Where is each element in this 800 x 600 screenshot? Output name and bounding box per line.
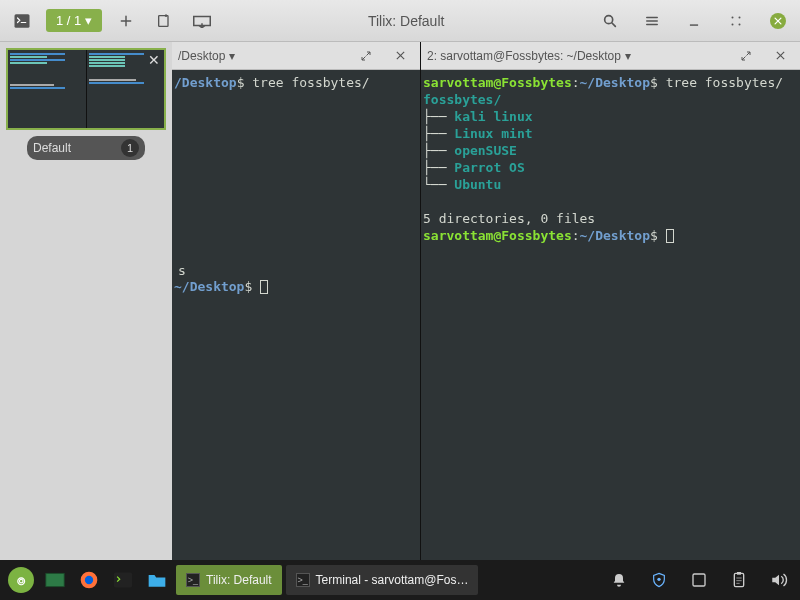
terminal-1-maximize[interactable] <box>352 42 380 70</box>
svg-point-6 <box>732 23 734 25</box>
taskbar-tray <box>604 565 794 595</box>
main-content: ✕ Default 1 /Desktop ▾ /Desktop$ tree fo… <box>0 42 800 560</box>
thumbnail-name: Default <box>33 141 71 155</box>
mint-menu-button[interactable]: ⌾ <box>6 565 36 595</box>
app-toolbar: 1 / 1 ▾ Tilix: Default <box>0 0 800 42</box>
prompt-path: /Desktop <box>174 75 237 90</box>
tree-item: openSUSE <box>454 143 517 158</box>
chevron-down-icon: ▾ <box>85 13 92 28</box>
tree-root: fossbytes/ <box>423 92 501 107</box>
command-text: tree fossbytes/ <box>252 75 369 90</box>
svg-point-7 <box>739 23 741 25</box>
close-button[interactable] <box>764 7 792 35</box>
task-label: Tilix: Default <box>206 573 272 587</box>
maximize-button[interactable] <box>722 7 750 35</box>
terminal-1-body[interactable]: /Desktop$ tree fossbytes/ s ~/Desktop$ <box>172 70 420 560</box>
svg-rect-13 <box>693 574 705 586</box>
terminal-1-header: /Desktop ▾ <box>172 42 420 70</box>
svg-rect-14 <box>734 573 743 586</box>
svg-rect-8 <box>46 573 64 586</box>
thumbnail-label[interactable]: Default 1 <box>27 136 145 160</box>
terminal-1-title[interactable]: /Desktop ▾ <box>178 49 346 63</box>
thumbnail-preview <box>6 48 166 130</box>
show-desktop-button[interactable] <box>40 565 70 595</box>
svg-rect-15 <box>737 572 741 575</box>
tree-summary: 5 directories, 0 files <box>423 211 595 226</box>
prompt-user-2: sarvottam@Fossbytes <box>423 228 572 243</box>
prompt-path: ~/Desktop <box>580 75 650 90</box>
shield-icon[interactable] <box>644 565 674 595</box>
prompt-path-2: ~/Desktop <box>174 279 244 294</box>
session-sidebar: ✕ Default 1 <box>0 42 172 560</box>
thumbnail-badge: 1 <box>121 139 139 157</box>
prompt-user: sarvottam@Fossbytes <box>423 75 572 90</box>
cursor-icon <box>260 280 268 294</box>
prompt-path-2: ~/Desktop <box>580 228 650 243</box>
tree-item: Linux mint <box>454 126 532 141</box>
tree-item: kali linux <box>454 109 532 124</box>
taskbar-task-terminal[interactable]: >_ Terminal - sarvottam@Fos… <box>286 565 479 595</box>
terminal-2-header: 2: sarvottam@Fossbytes: ~/Desktop ▾ <box>421 42 800 70</box>
clipboard-icon[interactable] <box>724 565 754 595</box>
tree-item: Parrot OS <box>454 160 524 175</box>
split-button[interactable] <box>188 7 216 35</box>
terminal-2-body[interactable]: sarvottam@Fossbytes:~/Desktop$ tree foss… <box>421 70 800 560</box>
minimize-button[interactable] <box>680 7 708 35</box>
toolbar-left-group: 1 / 1 ▾ <box>8 7 216 35</box>
svg-point-4 <box>732 16 734 18</box>
svg-point-12 <box>657 578 660 581</box>
task-mini-icon: >_ <box>186 573 200 587</box>
taskbar: ⌾ >_ Tilix: Default >_ Terminal - sarvot… <box>0 560 800 600</box>
svg-point-10 <box>85 576 93 584</box>
terminal-container: /Desktop ▾ /Desktop$ tree fossbytes/ s ~… <box>172 42 800 560</box>
session-counter[interactable]: 1 / 1 ▾ <box>46 9 102 32</box>
svg-rect-1 <box>159 15 168 26</box>
svg-point-5 <box>739 16 741 18</box>
files-icon[interactable] <box>142 565 172 595</box>
terminal-launcher-icon[interactable] <box>108 565 138 595</box>
thumbnail-close-icon[interactable]: ✕ <box>148 52 160 68</box>
terminal-pane-1: /Desktop ▾ /Desktop$ tree fossbytes/ s ~… <box>172 42 420 560</box>
command-text: tree fossbytes/ <box>666 75 783 90</box>
terminal-icon[interactable] <box>8 7 36 35</box>
chevron-down-icon: ▾ <box>625 49 631 63</box>
session-thumbnail[interactable]: ✕ <box>6 48 166 130</box>
new-window-button[interactable] <box>150 7 178 35</box>
firefox-icon[interactable] <box>74 565 104 595</box>
svg-rect-0 <box>15 14 30 28</box>
terminal-pane-2: 2: sarvottam@Fossbytes: ~/Desktop ▾ sarv… <box>420 42 800 560</box>
notification-icon[interactable] <box>604 565 634 595</box>
search-button[interactable] <box>596 7 624 35</box>
taskbar-task-tilix[interactable]: >_ Tilix: Default <box>176 565 282 595</box>
terminal-2-maximize[interactable] <box>732 42 760 70</box>
cursor-icon <box>666 229 674 243</box>
toolbar-right-group <box>596 7 792 35</box>
window-title: Tilix: Default <box>232 13 580 29</box>
terminal-2-title[interactable]: 2: sarvottam@Fossbytes: ~/Desktop ▾ <box>427 49 726 63</box>
menu-button[interactable] <box>638 7 666 35</box>
terminal-1-close[interactable] <box>386 42 414 70</box>
terminal-2-close[interactable] <box>766 42 794 70</box>
tree-item: Ubuntu <box>454 177 501 192</box>
task-mini-icon: >_ <box>296 573 310 587</box>
session-count-label: 1 / 1 <box>56 13 81 28</box>
chevron-down-icon: ▾ <box>229 49 235 63</box>
task-label: Terminal - sarvottam@Fos… <box>316 573 469 587</box>
svg-rect-11 <box>114 573 132 588</box>
add-tab-button[interactable] <box>112 7 140 35</box>
workspace-icon[interactable] <box>684 565 714 595</box>
volume-icon[interactable] <box>764 565 794 595</box>
